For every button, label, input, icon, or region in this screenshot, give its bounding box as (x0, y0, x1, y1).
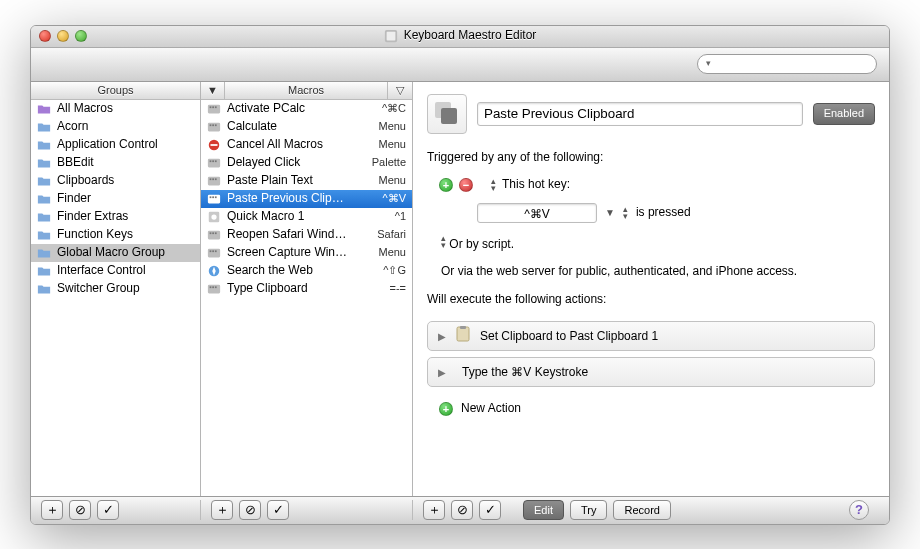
minimize-window-button[interactable] (57, 30, 69, 42)
group-row[interactable]: All Macros (31, 100, 200, 118)
macro-row[interactable]: Screen Capture WindowMenu (201, 244, 412, 262)
script-trigger-label: Or by script. (449, 237, 514, 251)
action-item[interactable]: ▶Type the ⌘V Keystroke (427, 357, 875, 387)
toggle-macro-button[interactable]: ✓ (267, 500, 289, 520)
macro-icon (207, 210, 221, 224)
svg-rect-24 (212, 196, 214, 198)
macro-row[interactable]: Paste Plain TextMenu (201, 172, 412, 190)
add-group-button[interactable]: ＋ (41, 500, 63, 520)
macro-label: Reopen Safari Windows (227, 227, 350, 243)
disable-macro-button[interactable]: ⊘ (239, 500, 261, 520)
svg-rect-20 (212, 178, 214, 180)
macro-row[interactable]: Paste Previous Clipboard^⌘V (201, 190, 412, 208)
disclosure-triangle-icon[interactable]: ▶ (438, 330, 446, 343)
add-macro-button[interactable]: ＋ (211, 500, 233, 520)
macro-icon (207, 228, 221, 242)
hotkey-state-stepper[interactable]: ▴▾ (623, 206, 628, 220)
zoom-window-button[interactable] (75, 30, 87, 42)
group-row[interactable]: Global Macro Group (31, 244, 200, 262)
macro-trigger-badge: ^⌘C (356, 101, 406, 115)
svg-rect-1 (386, 32, 395, 41)
help-button[interactable]: ? (849, 500, 869, 520)
macro-row[interactable]: Quick Macro 1^1 (201, 208, 412, 226)
add-trigger-button[interactable]: + (439, 178, 453, 192)
svg-rect-11 (215, 124, 217, 126)
action-label: Set Clipboard to Past Clipboard 1 (480, 329, 658, 345)
macro-label: Paste Previous Clipboard (227, 191, 350, 207)
group-label: Finder Extras (57, 209, 194, 225)
macro-trigger-badge: Menu (356, 137, 406, 151)
trigger-type-stepper[interactable]: ▴▾ (491, 178, 496, 192)
toggle-action-button[interactable]: ✓ (479, 500, 501, 520)
try-button[interactable]: Try (570, 500, 607, 520)
macro-name-input[interactable] (477, 102, 803, 126)
group-label: Switcher Group (57, 281, 194, 297)
macros-header-label-cell[interactable]: Macros (225, 82, 388, 99)
search-input[interactable] (713, 56, 886, 73)
toggle-group-button[interactable]: ✓ (97, 500, 119, 520)
macro-row[interactable]: Cancel All MacrosMenu (201, 136, 412, 154)
macro-trigger-badge: ^⌘V (356, 191, 406, 205)
hotkey-field[interactable]: ^⌘V (477, 203, 597, 223)
triggers-heading: Triggered by any of the following: (427, 150, 875, 166)
folder-icon (37, 120, 51, 134)
add-action-button[interactable]: + (439, 402, 453, 416)
macro-row[interactable]: Reopen Safari WindowsSafari (201, 226, 412, 244)
action-item[interactable]: ▶Set Clipboard to Past Clipboard 1 (427, 321, 875, 351)
disclosure-triangle-icon[interactable]: ▶ (438, 366, 446, 379)
group-row[interactable]: Finder Extras (31, 208, 200, 226)
group-row[interactable]: Switcher Group (31, 280, 200, 298)
folder-icon (37, 138, 51, 152)
search-scope-toggle[interactable]: ▾ (706, 58, 711, 70)
remove-trigger-button[interactable]: − (459, 178, 473, 192)
svg-rect-40 (212, 286, 214, 288)
macro-label: Screen Capture Window (227, 245, 350, 261)
macro-trigger-badge: Safari (356, 227, 406, 241)
group-row[interactable]: BBEdit (31, 154, 200, 172)
add-action-toolbar-button[interactable]: ＋ (423, 500, 445, 520)
macro-row[interactable]: Type Clipboard=-= (201, 280, 412, 298)
svg-rect-17 (215, 160, 217, 162)
macro-row[interactable]: CalculateMenu (201, 118, 412, 136)
folder-icon (37, 174, 51, 188)
groups-header[interactable]: Groups (31, 82, 200, 100)
search-field[interactable]: ▾ (697, 54, 877, 74)
groups-list[interactable]: All MacrosAcornApplication ControlBBEdit… (31, 100, 200, 496)
script-trigger-stepper[interactable]: ▴▾ (441, 235, 446, 249)
edit-mode-button[interactable]: Edit (523, 500, 564, 520)
macros-sort-direction[interactable]: ▽ (388, 82, 412, 99)
record-button[interactable]: Record (613, 500, 670, 520)
group-row[interactable]: Finder (31, 190, 200, 208)
svg-rect-21 (215, 178, 217, 180)
disable-group-button[interactable]: ⊘ (69, 500, 91, 520)
editor-window: Keyboard Maestro Editor ▾ Groups All Mac… (30, 25, 890, 525)
svg-rect-16 (212, 160, 214, 162)
action-icon (454, 325, 472, 348)
macro-label: Delayed Click (227, 155, 350, 171)
group-row[interactable]: Interface Control (31, 262, 200, 280)
close-window-button[interactable] (39, 30, 51, 42)
macro-row[interactable]: Search the Web^⇧G (201, 262, 412, 280)
macros-sort-enabled[interactable]: ▼ (201, 82, 225, 99)
svg-rect-22 (208, 194, 220, 203)
macro-label: Activate PCalc (227, 101, 350, 117)
bottom-toolbar: ＋ ⊘ ✓ ＋ ⊘ ✓ ＋ ⊘ ✓ Edit Try Record ? (31, 496, 889, 524)
macro-label: Paste Plain Text (227, 173, 350, 189)
enabled-toggle[interactable]: Enabled (813, 103, 875, 125)
macro-icon-well[interactable] (427, 94, 467, 134)
group-row[interactable]: Acorn (31, 118, 200, 136)
macro-icon (207, 102, 221, 116)
group-row[interactable]: Application Control (31, 136, 200, 154)
hotkey-modifier-popup[interactable]: ▼ (605, 206, 615, 219)
macros-header[interactable]: ▼ Macros ▽ (201, 82, 412, 100)
disable-action-button[interactable]: ⊘ (451, 500, 473, 520)
group-row[interactable]: Function Keys (31, 226, 200, 244)
macro-icon (207, 138, 221, 152)
svg-rect-29 (210, 232, 212, 234)
group-row[interactable]: Clipboards (31, 172, 200, 190)
macros-list[interactable]: Activate PCalc^⌘CCalculateMenuCancel All… (201, 100, 412, 496)
macro-icon (207, 246, 221, 260)
macro-row[interactable]: Delayed ClickPalette (201, 154, 412, 172)
hotkey-state-label: is pressed (636, 205, 691, 221)
macro-row[interactable]: Activate PCalc^⌘C (201, 100, 412, 118)
